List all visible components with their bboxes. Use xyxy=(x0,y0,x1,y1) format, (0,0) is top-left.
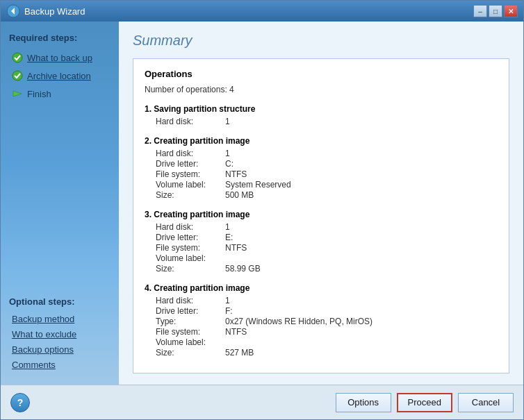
num-operations: Number of operations: 4 xyxy=(145,85,498,94)
op-2-value-3: System Reserved xyxy=(225,180,291,190)
restore-button[interactable]: □ xyxy=(489,5,502,17)
op-3-label-4: Size: xyxy=(156,264,225,274)
svg-marker-4 xyxy=(13,91,22,96)
op-2-value-0: 1 xyxy=(225,149,230,158)
op-4-label-0: Hard disk: xyxy=(156,296,225,305)
close-button[interactable]: ✕ xyxy=(504,5,518,17)
page-title: Summary xyxy=(133,33,509,49)
footer-left: ? xyxy=(10,393,330,412)
op-4-label-1: Drive letter: xyxy=(156,306,225,316)
op-4-label-4: Volume label: xyxy=(156,337,225,347)
op-3-detail-2: File system: NTFS xyxy=(145,243,498,253)
content-area: Summary Operations Number of operations:… xyxy=(119,22,523,385)
op-2-label-2: File system: xyxy=(156,169,225,179)
backup-options-link[interactable]: Backup options xyxy=(12,344,74,355)
app-icon xyxy=(6,4,20,18)
required-steps-label: Required steps: xyxy=(9,33,110,43)
operation-4: 4. Creating partition image Hard disk: 1… xyxy=(145,283,498,358)
op-2-value-1: C: xyxy=(225,159,234,169)
footer: ? Options Proceed Cancel xyxy=(1,385,523,419)
options-button[interactable]: Options xyxy=(336,393,391,412)
op-2-label-0: Hard disk: xyxy=(156,149,225,158)
svg-point-3 xyxy=(13,71,22,81)
optional-steps-label: Optional steps: xyxy=(9,296,110,307)
optional-section: Optional steps: Backup method What to ex… xyxy=(9,296,110,373)
backup-wizard-window: Backup Wizard – □ ✕ Required steps: What… xyxy=(0,0,524,420)
operation-3: 3. Creating partition image Hard disk: 1… xyxy=(145,210,498,274)
op-4-label-3: File system: xyxy=(156,327,225,337)
what-to-exclude-link[interactable]: What to exclude xyxy=(12,329,76,339)
svg-point-2 xyxy=(13,53,22,62)
op-2-detail-4: Size: 500 MB xyxy=(145,190,498,200)
op-3-detail-4: Size: 58.99 GB xyxy=(145,264,498,274)
arrow-active-icon xyxy=(12,88,23,99)
op-3-label-1: Drive letter: xyxy=(156,233,225,242)
op-3-value-1: E: xyxy=(225,233,233,242)
op-2-detail-2: File system: NTFS xyxy=(145,169,498,179)
op-3-detail-0: Hard disk: 1 xyxy=(145,222,498,232)
op-3-label-3: Volume label: xyxy=(156,253,225,263)
op-4-value-2: 0x27 (Windows RE Hidden, PQ, MirOS) xyxy=(225,317,372,326)
op-2-label-4: Size: xyxy=(156,190,225,200)
operations-title: Operations xyxy=(145,69,498,79)
help-button[interactable]: ? xyxy=(10,393,30,412)
op-2-value-2: NTFS xyxy=(225,169,247,179)
op-4-detail-3: File system: NTFS xyxy=(145,327,498,337)
op-4-label-2: Type: xyxy=(156,317,225,326)
op-4-value-3: NTFS xyxy=(225,327,247,337)
op-2-label-3: Volume label: xyxy=(156,180,225,190)
op-4-value-0: 1 xyxy=(225,296,230,305)
proceed-button[interactable]: Proceed xyxy=(397,393,452,412)
checkmark-icon xyxy=(12,52,23,63)
op-3-value-2: NTFS xyxy=(225,243,247,253)
op-3-value-4: 58.99 GB xyxy=(225,264,261,274)
op-1-title: 1. Saving partition structure xyxy=(145,104,498,114)
op-2-title: 2. Creating partition image xyxy=(145,136,498,146)
what-to-back-up-link[interactable]: What to back up xyxy=(27,53,92,63)
title-bar: Backup Wizard – □ ✕ xyxy=(1,1,523,22)
op-2-detail-0: Hard disk: 1 xyxy=(145,149,498,158)
cancel-button[interactable]: Cancel xyxy=(458,393,514,412)
op-3-label-0: Hard disk: xyxy=(156,222,225,232)
op-3-label-2: File system: xyxy=(156,243,225,253)
op-3-title: 3. Creating partition image xyxy=(145,210,498,219)
op-4-detail-4: Volume label: xyxy=(145,337,498,347)
backup-method-link[interactable]: Backup method xyxy=(12,314,74,324)
comments-link[interactable]: Comments xyxy=(12,360,56,370)
op-4-value-1: F: xyxy=(225,306,233,316)
operation-2: 2. Creating partition image Hard disk: 1… xyxy=(145,136,498,200)
window-title: Backup Wizard xyxy=(24,6,473,17)
op-1-detail-0: Hard disk: 1 xyxy=(145,117,498,126)
sidebar-item-backup-method[interactable]: Backup method xyxy=(9,312,110,326)
op-2-detail-1: Drive letter: C: xyxy=(145,159,498,169)
op-3-detail-3: Volume label: xyxy=(145,253,498,263)
op-4-title: 4. Creating partition image xyxy=(145,283,498,293)
sidebar-item-what-to-back-up[interactable]: What to back up xyxy=(9,50,110,65)
op-4-detail-1: Drive letter: F: xyxy=(145,306,498,316)
sidebar-item-backup-options[interactable]: Backup options xyxy=(9,343,110,356)
archive-location-link[interactable]: Archive location xyxy=(27,71,91,81)
op-2-label-1: Drive letter: xyxy=(156,159,225,169)
main-content: Required steps: What to back up Archive … xyxy=(1,22,523,385)
checkmark-icon-2 xyxy=(12,70,23,81)
op-1-label-0: Hard disk: xyxy=(156,117,225,126)
sidebar: Required steps: What to back up Archive … xyxy=(1,22,119,385)
op-4-detail-5: Size: 527 MB xyxy=(145,348,498,358)
op-2-detail-3: Volume label: System Reserved xyxy=(145,180,498,190)
sidebar-item-finish[interactable]: Finish xyxy=(9,86,110,101)
op-3-detail-1: Drive letter: E: xyxy=(145,233,498,242)
sidebar-item-archive-location[interactable]: Archive location xyxy=(9,68,110,83)
operation-1: 1. Saving partition structure Hard disk:… xyxy=(145,104,498,126)
op-4-label-5: Size: xyxy=(156,348,225,358)
op-4-detail-0: Hard disk: 1 xyxy=(145,296,498,305)
op-1-value-0: 1 xyxy=(225,117,230,126)
op-2-value-4: 500 MB xyxy=(225,190,254,200)
op-4-value-5: 527 MB xyxy=(225,348,254,358)
minimize-button[interactable]: – xyxy=(473,5,487,17)
sidebar-item-comments[interactable]: Comments xyxy=(9,358,110,371)
op-4-detail-2: Type: 0x27 (Windows RE Hidden, PQ, MirOS… xyxy=(145,317,498,326)
window-controls: – □ ✕ xyxy=(473,5,518,17)
summary-box: Operations Number of operations: 4 1. Sa… xyxy=(133,58,509,373)
sidebar-item-what-to-exclude[interactable]: What to exclude xyxy=(9,328,110,341)
finish-label: Finish xyxy=(27,89,51,99)
